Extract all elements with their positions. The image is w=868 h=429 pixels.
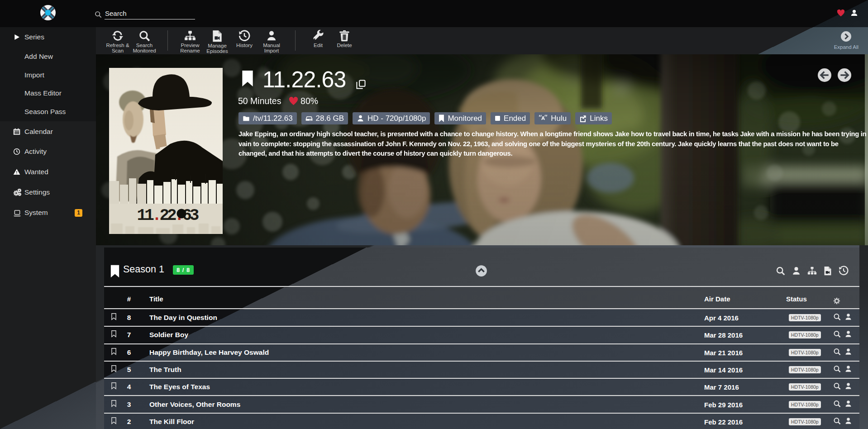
svg-text:11.22.63: 11.22.63 [137, 206, 199, 225]
svg-text:A: A [541, 115, 545, 121]
